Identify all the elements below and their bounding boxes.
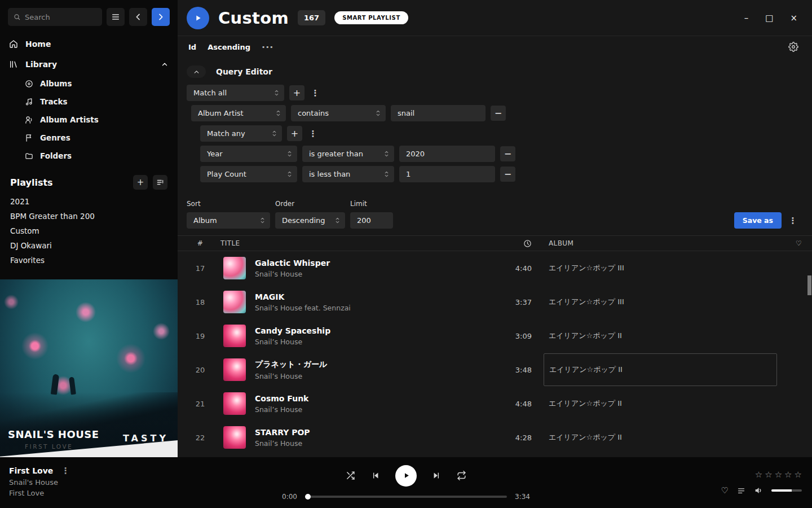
rating-stars[interactable]: ☆ ☆ ☆ ☆ ☆ xyxy=(755,470,802,480)
track-album[interactable]: エイリアン☆ポップ II xyxy=(536,331,796,341)
sidebar: Home Library Albums Tracks Al xyxy=(0,0,178,457)
star-icon[interactable]: ☆ xyxy=(755,470,762,480)
rule-value-input[interactable] xyxy=(391,105,486,121)
star-icon[interactable]: ☆ xyxy=(795,470,802,480)
limit-input[interactable] xyxy=(350,212,393,229)
track-row[interactable]: 19 Candy Spaceship Snail’s House 3:09 エイ… xyxy=(178,319,812,353)
sort-field-button[interactable]: Id xyxy=(188,43,196,51)
playlist-item-dj-okawari[interactable]: DJ Okawari xyxy=(0,238,178,253)
chevron-up-icon[interactable] xyxy=(161,60,169,68)
minimize-button[interactable]: – xyxy=(744,13,749,23)
more-options-icon[interactable]: ··· xyxy=(262,42,273,52)
group-options-button[interactable]: ⋮ xyxy=(310,88,321,98)
rule-field-value: Year xyxy=(207,150,283,158)
sort-direction-button[interactable]: Ascending xyxy=(208,43,250,51)
remove-rule-button[interactable]: − xyxy=(500,167,515,182)
star-icon[interactable]: ☆ xyxy=(784,470,792,480)
add-subrule-button[interactable]: + xyxy=(287,126,302,141)
rule-value-input[interactable] xyxy=(399,166,495,182)
track-row[interactable]: 18 MAGIK Snail’s House feat. Sennzai 3:3… xyxy=(178,285,812,319)
add-playlist-button[interactable]: + xyxy=(133,175,148,190)
star-icon[interactable]: ☆ xyxy=(775,470,782,480)
playlist-item-favorites[interactable]: Favorites xyxy=(0,253,178,268)
sidebar-item-folders[interactable]: Folders xyxy=(0,147,178,165)
playlist-list-button[interactable] xyxy=(153,175,167,190)
search-input[interactable] xyxy=(25,13,96,21)
next-button[interactable] xyxy=(432,471,442,480)
track-album-focused-cell[interactable]: エイリアン☆ポップ II xyxy=(544,353,777,386)
search-box[interactable] xyxy=(8,8,102,26)
column-index[interactable]: # xyxy=(187,239,214,247)
sidebar-item-album-artists[interactable]: Album Artists xyxy=(0,111,178,129)
remove-rule-button[interactable]: − xyxy=(491,106,506,121)
track-album[interactable]: エイリアン☆ポップ III xyxy=(536,297,796,307)
track-duration: 3:09 xyxy=(488,332,536,340)
track-duration: 3:37 xyxy=(488,298,536,306)
collapse-query-editor-button[interactable] xyxy=(187,65,206,78)
track-album[interactable]: エイリアン☆ポップ II xyxy=(536,432,796,443)
menu-button[interactable] xyxy=(107,8,125,26)
match-type-select[interactable]: Match all xyxy=(187,85,284,101)
maximize-button[interactable]: □ xyxy=(765,13,773,23)
rule-field-select[interactable]: Album Artist xyxy=(191,105,286,121)
rule-operator-select[interactable]: contains xyxy=(291,105,386,121)
main-panel: Custom 167 SMART PLAYLIST – □ × Id Ascen… xyxy=(178,0,812,457)
track-album[interactable]: エイリアン☆ポップ II xyxy=(536,398,796,409)
playlist-item-custom[interactable]: Custom xyxy=(0,224,178,238)
subgroup-options-button[interactable]: ⋮ xyxy=(307,129,319,139)
sidebar-item-home[interactable]: Home xyxy=(0,34,178,54)
now-playing-artwork[interactable]: SNAIL'S HOUSE FIRST LOVE TASTY xyxy=(0,279,178,457)
forward-button[interactable] xyxy=(152,8,170,26)
volume-slider[interactable] xyxy=(771,489,802,492)
track-row[interactable]: 17 Galactic Whisper Snail’s House 4:40 エ… xyxy=(178,251,812,285)
sidebar-item-genres[interactable]: Genres xyxy=(0,129,178,147)
seek-knob[interactable] xyxy=(305,494,311,500)
column-title[interactable]: TITLE xyxy=(214,239,488,247)
close-button[interactable]: × xyxy=(790,13,797,23)
column-duration[interactable] xyxy=(488,239,536,248)
rule-field-select[interactable]: Year xyxy=(200,146,297,162)
track-info: Candy Spaceship Snail’s House xyxy=(255,326,488,346)
add-rule-button[interactable]: + xyxy=(289,85,304,100)
favorite-button[interactable]: ♡ xyxy=(721,485,729,496)
rule-value-input[interactable] xyxy=(399,146,495,162)
shuffle-button[interactable] xyxy=(346,471,355,480)
track-album[interactable]: エイリアン☆ポップ III xyxy=(536,263,796,273)
track-row[interactable]: 22 STARRY POP Snail’s House 4:28 エイリアン☆ポ… xyxy=(178,421,812,454)
rule-operator-select[interactable]: is less than xyxy=(302,166,394,182)
play-playlist-button[interactable] xyxy=(187,7,209,29)
now-playing-options-button[interactable]: ⋮ xyxy=(60,466,71,476)
now-playing-title[interactable]: First Love xyxy=(9,466,53,475)
playlist-options-button[interactable]: ⋮ xyxy=(787,212,798,229)
playlist-item-bpm[interactable]: BPM Greater than 200 xyxy=(0,209,178,224)
column-album[interactable]: ALBUM xyxy=(536,239,796,247)
play-icon xyxy=(402,471,411,480)
column-favorite[interactable]: ♡ xyxy=(796,239,805,247)
order-select[interactable]: Descending xyxy=(275,212,345,229)
remove-rule-button[interactable]: − xyxy=(500,146,515,161)
volume-button[interactable] xyxy=(754,486,763,495)
queue-button[interactable] xyxy=(737,487,745,495)
seek-bar[interactable] xyxy=(305,496,507,498)
star-icon[interactable]: ☆ xyxy=(765,470,772,480)
settings-gear-icon[interactable] xyxy=(788,42,798,52)
scrollbar-thumb[interactable] xyxy=(807,275,811,295)
now-playing-album[interactable]: First Love xyxy=(9,489,171,497)
rule-field-select[interactable]: Play Count xyxy=(200,166,297,182)
track-row[interactable]: 20 プラネット・ガール Snail’s House 3:48 エイリアン☆ポッ… xyxy=(178,353,812,387)
repeat-button[interactable] xyxy=(457,471,466,480)
save-as-button[interactable]: Save as xyxy=(734,212,782,229)
sidebar-item-albums[interactable]: Albums xyxy=(0,75,178,93)
playlist-item-2021[interactable]: 2021 xyxy=(0,194,178,209)
track-row[interactable]: 21 Cosmo Funk Snail’s House 4:48 エイリアン☆ポ… xyxy=(178,387,812,421)
previous-button[interactable] xyxy=(370,471,380,480)
rule-operator-select[interactable]: is greater than xyxy=(302,146,394,162)
sidebar-item-tracks[interactable]: Tracks xyxy=(0,93,178,111)
sidebar-item-library[interactable]: Library xyxy=(0,54,178,75)
play-pause-button[interactable] xyxy=(395,465,417,487)
sort-select[interactable]: Album xyxy=(187,212,270,229)
now-playing-artist[interactable]: Snail's House xyxy=(9,478,171,487)
sub-match-type-select[interactable]: Match any xyxy=(200,125,282,142)
back-button[interactable] xyxy=(129,8,147,26)
track-artwork xyxy=(223,325,246,347)
